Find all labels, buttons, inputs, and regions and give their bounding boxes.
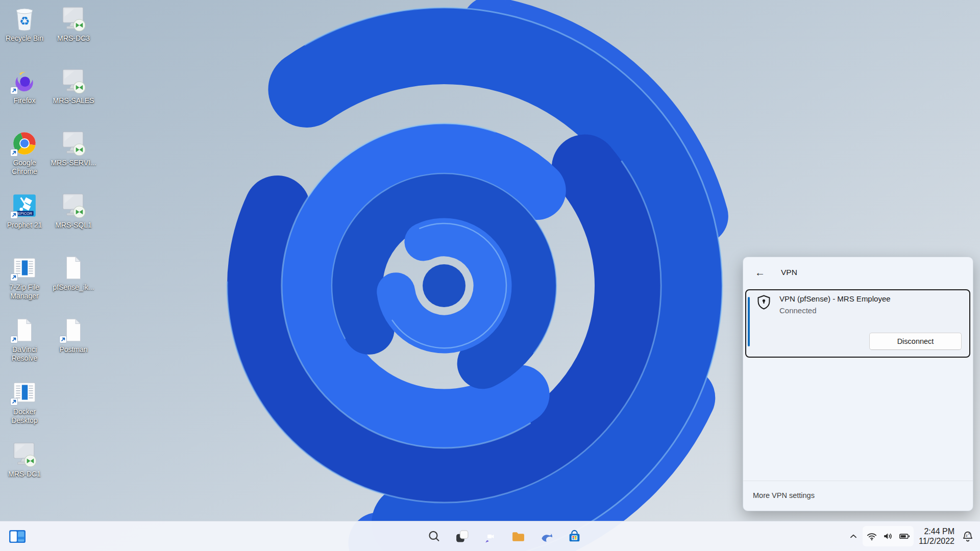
rdp-computer-icon — [60, 192, 87, 219]
desktop-icon-7zip-file-manager[interactable]: 7-Zip File Manager — [1, 254, 48, 300]
start-icon — [399, 530, 413, 543]
bell-do-not-disturb-icon — [961, 530, 974, 543]
desktop-icon-label: 7-Zip File Manager — [1, 283, 48, 300]
desktop-screen: ♻ — [0, 0, 980, 551]
desktop-icon-label: Postman — [59, 345, 87, 354]
desktop-icon-mrs-sales[interactable]: MRS-SALES — [50, 67, 97, 105]
desktop-icon-label: MRS-SQL1 — [55, 221, 92, 230]
task-view-button[interactable] — [451, 525, 473, 547]
battery-button[interactable] — [896, 526, 913, 546]
store-icon — [568, 530, 581, 543]
more-vpn-settings-link[interactable]: More VPN settings — [753, 491, 815, 499]
chevron-up-icon — [848, 531, 859, 542]
blank-file-icon — [60, 254, 87, 282]
tray-status-group — [863, 526, 914, 546]
file-explorer-icon — [511, 530, 525, 543]
vpn-flyout-footer: More VPN settings — [743, 481, 973, 511]
rdp-computer-icon — [60, 67, 87, 95]
desktop-icon-davinci-resolve[interactable]: DaVinci Resolve — [1, 316, 48, 363]
edge-icon — [540, 530, 553, 543]
vpn-flyout-title: VPN — [781, 268, 797, 277]
shortcut-arrow-icon — [10, 211, 18, 219]
selected-indicator — [748, 297, 750, 346]
taskbar-center-buttons — [395, 525, 585, 547]
desktop-icon-firefox[interactable]: Firefox — [1, 67, 48, 105]
desktop-icon-label: Prophet 21 — [7, 221, 42, 230]
desktop-icon-google-chrome[interactable]: Google Chrome — [1, 130, 48, 176]
desktop-icon-label: MRS-SALES — [53, 96, 94, 105]
desktop-icon-label: pfSense_ik... — [53, 283, 94, 292]
tray-chevron-button[interactable] — [845, 526, 862, 546]
volume-button[interactable] — [880, 526, 896, 546]
desktop-icon-label: Docker Desktop — [1, 408, 48, 425]
search-icon — [427, 530, 441, 543]
store-button[interactable] — [563, 525, 585, 547]
desktop-icon-postman[interactable]: Postman — [50, 316, 97, 354]
wifi-icon — [866, 531, 877, 542]
desktop-icon-label: MRS-SERVI... — [51, 159, 96, 167]
desktop-icon-pfsense-ik[interactable]: pfSense_ik... — [50, 254, 97, 292]
vpn-connection-card[interactable]: VPN (pfSense) - MRS Employee Connected D… — [745, 289, 970, 358]
desktop-icon-recycle-bin[interactable]: Recycle Bin — [1, 5, 48, 43]
desktop-icon-label: Recycle Bin — [6, 34, 43, 43]
widgets-icon — [9, 530, 26, 543]
file-explorer-button[interactable] — [507, 525, 529, 547]
disconnect-button[interactable]: Disconnect — [869, 333, 962, 350]
taskbar: 2:44 PM 11/2/2022 — [0, 521, 980, 551]
vpn-flyout-panel: ← VPN VPN (pfSense) - MRS Employee Conne… — [743, 257, 973, 511]
task-view-icon — [455, 530, 469, 543]
vpn-shield-icon — [756, 294, 772, 310]
desktop-icon-label: Firefox — [14, 96, 36, 105]
taskbar-clock[interactable]: 2:44 PM 11/2/2022 — [915, 527, 959, 546]
rdp-computer-icon — [60, 5, 87, 33]
desktop-icon-mrs-sql1[interactable]: MRS-SQL1 — [50, 192, 97, 230]
chat-button[interactable] — [479, 525, 501, 547]
search-button[interactable] — [423, 525, 445, 547]
desktop-icon-grid: Recycle Bin MRS-DC3 Firefox MRS-SALES — [1, 5, 103, 515]
start-button[interactable] — [395, 525, 417, 547]
rdp-computer-icon — [11, 441, 38, 468]
edge-button[interactable] — [535, 525, 557, 547]
vpn-connection-name: VPN (pfSense) - MRS Employee — [779, 294, 891, 303]
widgets-button[interactable] — [6, 525, 29, 547]
desktop-icon-mrs-servi[interactable]: MRS-SERVI... — [50, 130, 97, 167]
shortcut-arrow-icon — [10, 149, 18, 157]
desktop-icon-label: MRS-DC1 — [8, 470, 41, 479]
desktop-icon-label: Google Chrome — [1, 159, 48, 176]
desktop-icon-label: DaVinci Resolve — [1, 345, 48, 363]
desktop-icon-label: MRS-DC3 — [57, 34, 90, 43]
tray-time: 2:44 PM — [919, 527, 954, 536]
tray-date: 11/2/2022 — [919, 536, 954, 546]
notification-bell-button[interactable] — [960, 526, 976, 546]
desktop-icon-mrs-dc1[interactable]: MRS-DC1 — [1, 441, 48, 479]
vpn-connection-status: Connected — [779, 306, 817, 315]
battery-icon — [899, 531, 910, 542]
back-button[interactable]: ← — [751, 264, 769, 281]
vpn-flyout-header: ← VPN — [743, 257, 973, 289]
desktop-icon-prophet-21[interactable]: Prophet 21 — [1, 192, 48, 230]
desktop-icon-mrs-dc3[interactable]: MRS-DC3 — [50, 5, 97, 43]
wifi-button[interactable] — [864, 526, 880, 546]
shortcut-arrow-icon — [10, 398, 18, 406]
shortcut-arrow-icon — [59, 336, 67, 343]
rdp-computer-icon — [60, 130, 87, 157]
chat-icon — [483, 530, 497, 543]
volume-icon — [883, 531, 894, 542]
recycle-bin-icon — [11, 5, 38, 33]
shortcut-arrow-icon — [10, 273, 18, 281]
shortcut-arrow-icon — [10, 336, 18, 343]
shortcut-arrow-icon — [10, 87, 18, 94]
system-tray: 2:44 PM 11/2/2022 — [845, 521, 976, 551]
desktop-icon-docker-desktop[interactable]: Docker Desktop — [1, 379, 48, 425]
